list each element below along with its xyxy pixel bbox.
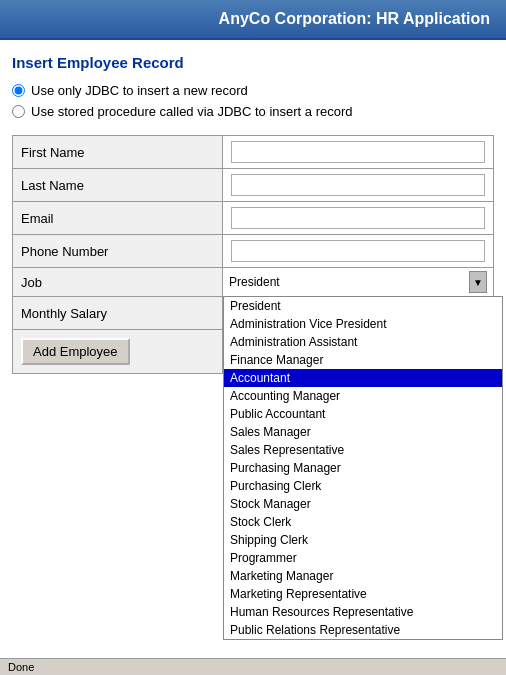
main-content: Insert Employee Record Use only JDBC to …	[0, 40, 506, 384]
last-name-label: Last Name	[13, 169, 223, 202]
first-name-input[interactable]	[231, 141, 485, 163]
phone-number-row: Phone Number	[13, 235, 494, 268]
job-option-sales-rep[interactable]: Sales Representative	[224, 441, 502, 459]
job-option-marketing-mgr[interactable]: Marketing Manager	[224, 567, 502, 585]
job-option-accounting-mgr[interactable]: Accounting Manager	[224, 387, 502, 405]
header-title: AnyCo Corporation: HR Application	[219, 10, 490, 27]
job-option-purchasing-clerk[interactable]: Purchasing Clerk	[224, 477, 502, 495]
job-label: Job	[13, 268, 223, 297]
job-option-admin-asst[interactable]: Administration Assistant	[224, 333, 502, 351]
radio-jdbc-only[interactable]	[12, 84, 25, 97]
job-option-purchasing-mgr[interactable]: Purchasing Manager	[224, 459, 502, 477]
status-text: Done	[8, 661, 34, 673]
job-option-admin-vp[interactable]: Administration Vice President	[224, 315, 502, 333]
email-input[interactable]	[231, 207, 485, 229]
monthly-salary-label: Monthly Salary	[13, 297, 223, 330]
section-title: Insert Employee Record	[12, 54, 494, 71]
radio-stored-proc[interactable]	[12, 105, 25, 118]
employee-form-table: First Name Last Name Email Phone Nu	[12, 135, 494, 374]
app-header: AnyCo Corporation: HR Application	[0, 0, 506, 40]
last-name-row: Last Name	[13, 169, 494, 202]
radio-jdbc-only-label[interactable]: Use only JDBC to insert a new record	[31, 83, 248, 98]
job-option-stock-clerk[interactable]: Stock Clerk	[224, 513, 502, 531]
first-name-row: First Name	[13, 136, 494, 169]
job-option-pr-rep[interactable]: Public Relations Representative	[224, 621, 502, 639]
job-option-hr-rep[interactable]: Human Resources Representative	[224, 603, 502, 621]
job-option-programmer[interactable]: Programmer	[224, 549, 502, 567]
phone-number-label: Phone Number	[13, 235, 223, 268]
job-option-stock-mgr[interactable]: Stock Manager	[224, 495, 502, 513]
status-bar: Done	[0, 658, 506, 675]
job-select-display[interactable]: President ▼	[223, 268, 493, 296]
job-option-finance-mgr[interactable]: Finance Manager	[224, 351, 502, 369]
job-selected-value: President	[229, 275, 280, 289]
job-option-sales-mgr[interactable]: Sales Manager	[224, 423, 502, 441]
job-option-shipping-clerk[interactable]: Shipping Clerk	[224, 531, 502, 549]
email-row: Email	[13, 202, 494, 235]
radio-option-1: Use only JDBC to insert a new record	[12, 83, 494, 98]
first-name-label: First Name	[13, 136, 223, 169]
radio-group: Use only JDBC to insert a new record Use…	[12, 83, 494, 119]
job-dropdown-list: President Administration Vice President …	[223, 296, 503, 640]
job-option-public-accountant[interactable]: Public Accountant	[224, 405, 502, 423]
dropdown-arrow-icon[interactable]: ▼	[469, 271, 487, 293]
job-option-accountant[interactable]: Accountant	[224, 369, 502, 387]
email-label: Email	[13, 202, 223, 235]
radio-option-2: Use stored procedure called via JDBC to …	[12, 104, 494, 119]
phone-number-input[interactable]	[231, 240, 485, 262]
radio-stored-proc-label[interactable]: Use stored procedure called via JDBC to …	[31, 104, 353, 119]
job-row: Job President ▼ President Administration…	[13, 268, 494, 297]
last-name-input[interactable]	[231, 174, 485, 196]
add-employee-button[interactable]: Add Employee	[21, 338, 130, 365]
job-option-marketing-rep[interactable]: Marketing Representative	[224, 585, 502, 603]
job-option-president[interactable]: President	[224, 297, 502, 315]
job-select-container: President ▼ President Administration Vic…	[223, 268, 493, 296]
